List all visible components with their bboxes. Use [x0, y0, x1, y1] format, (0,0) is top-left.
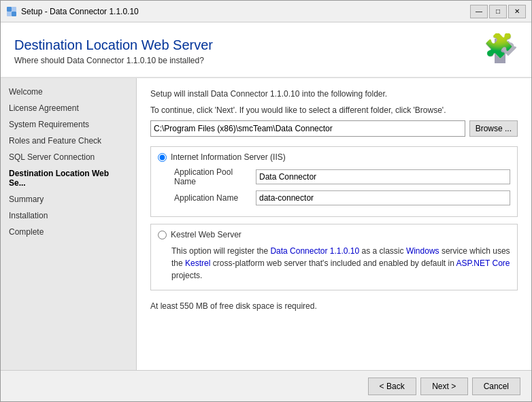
- sidebar-item-complete[interactable]: Complete: [1, 224, 136, 240]
- close-button[interactable]: ✕: [508, 5, 526, 18]
- iis-radio-label[interactable]: Internet Information Server (IIS): [171, 152, 286, 162]
- kestrel-radio-label[interactable]: Kestrel Web Server: [171, 230, 242, 239]
- app-pool-label: Application Pool Name: [161, 167, 256, 186]
- setup-window: Setup - Data Connector 1.1.0.10 — □ ✕ De…: [0, 0, 532, 402]
- app-name-label: Application Name: [161, 193, 256, 203]
- kestrel-radio-row: Kestrel Web Server: [158, 230, 510, 239]
- kestrel-section: Kestrel Web Server This option will regi…: [150, 224, 518, 290]
- sidebar-item-summary[interactable]: Summary: [1, 191, 136, 207]
- iis-radio[interactable]: [158, 153, 167, 162]
- content-description: Setup will install Data Connector 1.1.0.…: [150, 89, 518, 99]
- folder-row: Browse ...: [150, 120, 518, 137]
- window-controls: — □ ✕: [470, 5, 526, 18]
- header: Destination Location Web Server Where sh…: [1, 22, 531, 78]
- maximize-button[interactable]: □: [489, 5, 507, 18]
- sidebar-item-destination[interactable]: Destination Location Web Se...: [1, 165, 136, 191]
- app-pool-row: Application Pool Name: [158, 167, 510, 186]
- page-title: Destination Location Web Server: [14, 37, 213, 53]
- sidebar-item-welcome[interactable]: Welcome: [1, 84, 136, 100]
- svg-text:🧩: 🧩: [484, 33, 514, 60]
- sidebar-item-license[interactable]: License Agreement: [1, 100, 136, 116]
- footer: < Back Next > Cancel: [1, 370, 531, 401]
- app-name-input[interactable]: [256, 190, 510, 205]
- sidebar-item-roles[interactable]: Roles and Feature Check: [1, 133, 136, 149]
- sidebar-item-requirements[interactable]: System Requirements: [1, 116, 136, 133]
- svg-rect-3: [7, 12, 12, 16]
- main-area: Welcome License Agreement System Require…: [1, 78, 531, 370]
- disk-space-note: At least 550 MB of free disk space is re…: [150, 301, 518, 311]
- kestrel-description: This option will register the Data Conne…: [158, 245, 510, 282]
- puzzle-icon: 🧩: [477, 33, 518, 69]
- next-button[interactable]: Next >: [420, 378, 468, 395]
- window-title: Setup - Data Connector 1.1.0.10: [21, 7, 470, 16]
- app-icon: [6, 6, 17, 17]
- svg-rect-1: [12, 12, 16, 16]
- sidebar-item-installation[interactable]: Installation: [1, 207, 136, 224]
- iis-section: Internet Information Server (IIS) Applic…: [150, 146, 518, 217]
- iis-radio-row: Internet Information Server (IIS): [158, 152, 510, 162]
- title-bar: Setup - Data Connector 1.1.0.10 — □ ✕: [1, 1, 531, 22]
- app-pool-input[interactable]: [256, 169, 510, 184]
- folder-input[interactable]: [150, 120, 465, 137]
- content-area: Setup will install Data Connector 1.1.0.…: [137, 78, 531, 370]
- minimize-button[interactable]: —: [470, 5, 488, 18]
- content-instruction: To continue, click 'Next'. If you would …: [150, 105, 518, 115]
- back-button[interactable]: < Back: [368, 378, 416, 395]
- browse-button[interactable]: Browse ...: [469, 120, 518, 137]
- svg-rect-0: [7, 7, 12, 12]
- page-subtitle: Where should Data Connector 1.1.0.10 be …: [14, 56, 213, 65]
- kestrel-radio[interactable]: [158, 231, 167, 239]
- cancel-button[interactable]: Cancel: [472, 378, 520, 395]
- app-name-row: Application Name: [158, 190, 510, 205]
- sidebar-item-sql[interactable]: SQL Server Connection: [1, 149, 136, 165]
- svg-rect-2: [12, 7, 16, 12]
- sidebar: Welcome License Agreement System Require…: [1, 78, 137, 370]
